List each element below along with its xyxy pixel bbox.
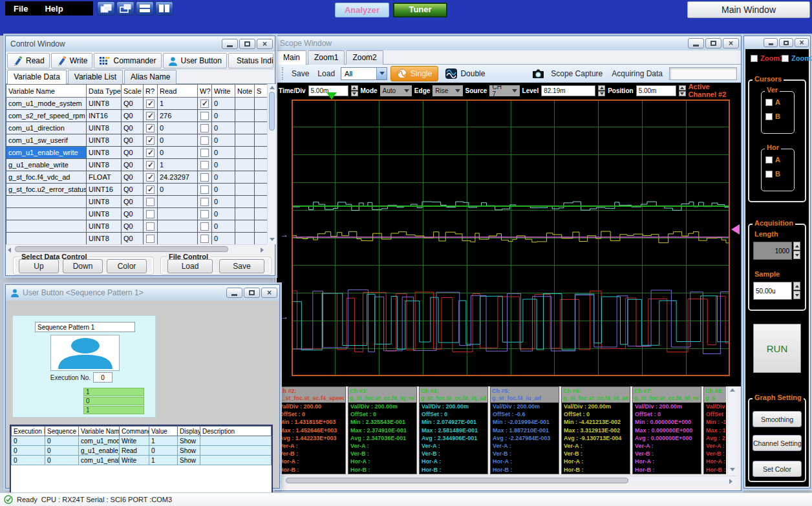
tab-zoom2[interactable]: Zoom2 [346, 50, 383, 65]
column-header[interactable]: Note [235, 85, 255, 98]
column-header[interactable]: R? [144, 85, 158, 98]
variable-row[interactable]: UINT8Q00 [6, 208, 268, 220]
scale-cell[interactable]: Q0 [122, 134, 144, 147]
tab-zoom1[interactable]: Zoom1 [308, 50, 345, 65]
read-enable-checkbox[interactable] [146, 136, 155, 145]
scale-cell[interactable]: Q0 [122, 159, 144, 171]
level-input[interactable] [541, 85, 595, 96]
note-cell[interactable] [235, 122, 255, 134]
close-button[interactable]: × [257, 39, 273, 49]
note-cell[interactable] [235, 233, 255, 245]
minimize-button[interactable] [222, 39, 238, 49]
channel-strip[interactable]: Ch #6:g_st_foc.st_cc.f4_id_adVal/Div : 2… [561, 386, 630, 474]
write-value-cell[interactable]: 0 [212, 110, 235, 122]
column-header[interactable]: W? [198, 85, 212, 98]
note-cell[interactable] [235, 196, 255, 208]
data-type-cell[interactable]: UINT8 [87, 220, 122, 233]
channel-offset-arrow[interactable]: → [281, 231, 288, 238]
menu-help[interactable]: Help [36, 4, 71, 14]
note-cell[interactable] [235, 208, 255, 220]
data-type-cell[interactable]: UINT8 [87, 98, 122, 110]
write-value-cell[interactable]: 0 [212, 196, 235, 208]
scale-cell[interactable]: Q0 [122, 233, 144, 245]
ver-a-checkbox[interactable] [765, 99, 773, 106]
write-enable-checkbox[interactable] [200, 136, 209, 145]
variable-row[interactable]: com_u1_mode_systemUINT8Q010 [6, 98, 268, 110]
sequence-row[interactable]: 00com_u1_mode_syWrite1Show [12, 436, 272, 446]
note-cell[interactable] [235, 171, 255, 184]
panel-titlebar[interactable]: × [744, 36, 810, 49]
data-type-cell[interactable]: UINT8 [87, 147, 122, 159]
read-button[interactable]: Read [7, 53, 50, 69]
read-enable-checkbox[interactable] [146, 222, 155, 231]
variable-table-horizontal-scrollbar[interactable] [6, 244, 267, 253]
sample-input[interactable] [753, 282, 792, 300]
data-type-cell[interactable]: UINT8 [87, 134, 122, 147]
write-enable-checkbox[interactable] [200, 161, 209, 169]
zoom1-checkbox-row[interactable]: Zoom1 [751, 54, 784, 62]
tab-variable-list[interactable]: Variable List [68, 70, 123, 84]
column-header[interactable]: Scale [122, 85, 144, 98]
user-button-image[interactable] [50, 335, 120, 371]
minimize-button[interactable] [764, 38, 778, 47]
color-button[interactable]: Color [107, 259, 147, 273]
hor-a-row[interactable]: A [765, 156, 780, 163]
variable-row[interactable]: com_s2_ref_speed_rpmINT16Q02760 [6, 110, 268, 122]
set-color-button[interactable]: Set Color [753, 461, 802, 477]
write-value-cell[interactable]: 0 [212, 208, 235, 220]
data-type-cell[interactable]: UINT8 [87, 122, 122, 134]
scale-cell[interactable]: Q0 [122, 147, 144, 159]
trigger-level-marker[interactable] [731, 224, 740, 235]
menu-file[interactable]: File [5, 4, 36, 14]
read-enable-checkbox[interactable] [146, 185, 155, 194]
smoothing-button[interactable]: Smoothing [753, 411, 802, 427]
hor-b-row[interactable]: B [765, 170, 780, 178]
source-select[interactable]: CH 7 [489, 85, 519, 96]
channel-list-horizontal-scrollbar[interactable] [277, 476, 736, 485]
position-input[interactable] [636, 85, 676, 96]
variable-row[interactable]: UINT8Q00 [6, 196, 268, 208]
variable-row[interactable]: com_u1_sw_userifUINT8Q000 [6, 134, 268, 147]
variable-row[interactable]: UINT8Q00 [6, 220, 268, 233]
channel-setting-button[interactable]: Channel Setting [753, 435, 802, 451]
note-cell[interactable] [235, 159, 255, 171]
variable-name-cell[interactable]: com_u1_sw_userif [6, 134, 87, 147]
variable-name-cell[interactable]: g_st_foc.f4_vdc_ad [6, 171, 87, 184]
note-cell[interactable] [235, 110, 255, 122]
read-enable-checkbox[interactable] [146, 149, 155, 157]
trigger-position-marker[interactable] [326, 92, 337, 100]
variable-name-cell[interactable]: com_u1_direction [6, 122, 87, 134]
commander-button[interactable]: Commander [94, 53, 161, 69]
close-button[interactable]: × [261, 288, 277, 298]
execution-no-input[interactable] [93, 372, 112, 383]
ver-b-checkbox[interactable] [765, 113, 773, 120]
column-header[interactable]: Variable Name [6, 85, 87, 98]
note-cell[interactable] [235, 98, 255, 110]
note-cell[interactable] [235, 134, 255, 147]
note-cell[interactable] [235, 184, 255, 196]
zoom2-checkbox[interactable] [782, 55, 789, 62]
channel-strip[interactable]: Ch #3:g_st_foc.st_cc.f4_iq_refVal/Div : … [348, 386, 417, 474]
analyzer-button[interactable]: Analyzer [335, 3, 389, 17]
data-type-cell[interactable]: UINT8 [87, 208, 122, 220]
tab-main[interactable]: Main [277, 50, 306, 65]
zoom1-checkbox[interactable] [751, 55, 758, 62]
scale-cell[interactable]: Q0 [122, 122, 144, 134]
variable-name-cell[interactable] [6, 196, 87, 208]
maximize-button[interactable] [239, 39, 255, 49]
note-cell[interactable] [235, 220, 255, 233]
scale-cell[interactable]: Q0 [122, 184, 144, 196]
write-enable-checkbox[interactable] [200, 124, 209, 132]
write-value-cell[interactable]: 0 [212, 233, 235, 245]
tab-alias-name[interactable]: Alias Name [124, 70, 176, 84]
read-enable-checkbox[interactable] [146, 100, 155, 108]
variable-row[interactable]: UINT8Q00 [6, 233, 268, 245]
close-button[interactable]: × [795, 38, 809, 47]
data-type-cell[interactable]: UINT8 [87, 233, 122, 245]
timediv-stepper[interactable] [351, 85, 358, 96]
maximize-button[interactable] [779, 38, 793, 47]
scope-window-titlebar[interactable]: Scope Window × [275, 36, 741, 50]
data-type-cell[interactable]: FLOAT [87, 171, 122, 184]
scrollbar-thumb[interactable] [269, 92, 275, 131]
scale-cell[interactable]: Q0 [122, 220, 144, 233]
